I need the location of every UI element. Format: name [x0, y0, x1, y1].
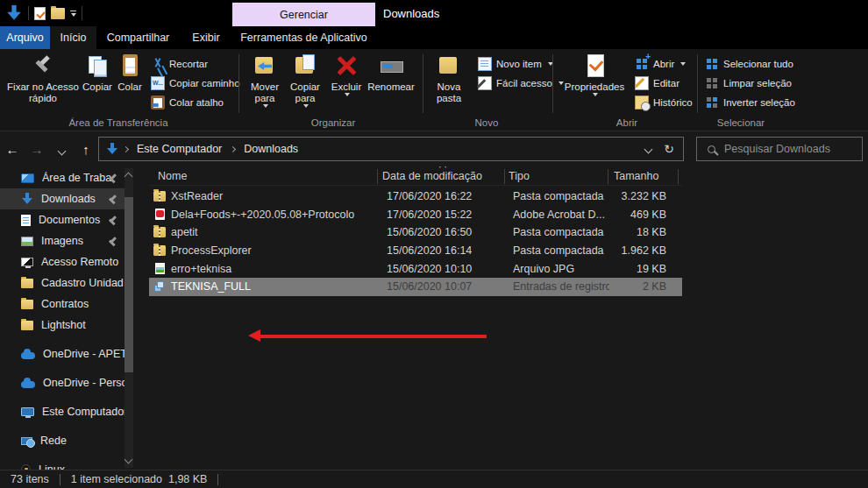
button-label: Mover para — [245, 81, 284, 104]
column-header-type[interactable]: Tipo — [509, 166, 530, 186]
sidebar-item-documentos[interactable]: Documentos — [0, 209, 133, 230]
file-row[interactable]: apetit15/06/2020 16:50Pasta compactada18… — [149, 223, 682, 242]
column-divider[interactable] — [608, 169, 608, 184]
move-to-button[interactable]: Mover para — [245, 53, 284, 108]
sidebar-item-acesso-remoto[interactable]: Acesso Remoto — [0, 251, 133, 272]
tab-arquivo[interactable]: Arquivo — [0, 26, 50, 49]
back-icon[interactable]: ← — [0, 142, 25, 157]
properties-button[interactable]: Propriedades — [559, 53, 630, 96]
new-item-button[interactable]: Novo item — [478, 56, 564, 71]
sidebar-item-label: Cadastro Unidad — [41, 277, 133, 289]
group-label-clipboard: Área de Transferência — [26, 117, 210, 128]
open-button[interactable]: Abrir — [635, 56, 693, 71]
arrow-head — [248, 329, 260, 342]
downloads-folder-icon — [106, 143, 118, 155]
divider — [238, 54, 239, 113]
file-row[interactable]: Dela+Foods+-+2020.05.08+Protocolo17/06/2… — [149, 206, 682, 224]
sidebar-item-linux[interactable]: Linux — [0, 459, 133, 470]
properties-icon[interactable] — [34, 7, 46, 20]
rename-button[interactable]: Renomear — [366, 53, 416, 93]
group-label-select: Selecionar — [693, 117, 789, 128]
cut-button[interactable]: Recortar — [151, 56, 240, 71]
breadcrumb-chevron-icon[interactable] — [123, 145, 129, 152]
select-all-button[interactable]: Selecionar tudo — [705, 56, 795, 71]
group-header[interactable]: Anteriormente neste mês (12) — [149, 463, 583, 470]
sidebar-scrollbar-thumb[interactable] — [125, 197, 133, 372]
paste-button[interactable]: Colar — [114, 53, 146, 93]
customize-qat-dropdown-icon[interactable] — [70, 11, 76, 17]
open-small-buttons: Abrir Editar Histórico — [635, 56, 693, 110]
invert-selection-button[interactable]: Inverter seleção — [705, 95, 795, 110]
delete-button[interactable]: Excluir — [328, 53, 365, 96]
copy-path-button[interactable]: Copiar caminho — [151, 75, 240, 90]
file-row[interactable]: erro+teknisa15/06/2020 10:10Arquivo JPG1… — [149, 259, 682, 278]
copy-to-button[interactable]: Copiar para — [286, 53, 324, 108]
tab-exibir[interactable]: Exibir — [180, 26, 232, 49]
sidebar-item-este-computador[interactable]: Este Computador — [0, 401, 133, 422]
file-row[interactable]: ProcessExplorer15/06/2020 16:14Pasta com… — [149, 242, 682, 260]
folder-icon — [21, 321, 33, 330]
file-type-icon — [152, 209, 167, 220]
column-header-date[interactable]: Data de modificação — [382, 166, 482, 186]
clear-selection-button[interactable]: Limpar seleção — [705, 75, 795, 90]
sidebar-item-imagens[interactable]: Imagens — [0, 230, 133, 251]
forward-icon[interactable]: → — [25, 142, 49, 157]
button-label: Colar atalho — [169, 97, 224, 108]
up-icon[interactable]: ↑ — [74, 142, 98, 157]
sidebar-item-rede[interactable]: Rede — [0, 430, 133, 451]
scissors-icon — [151, 57, 165, 71]
column-header-name[interactable]: Nome — [158, 166, 187, 186]
button-label: Histórico — [653, 97, 693, 108]
sidebar-item-cadastro-unidades[interactable]: Cadastro Unidad — [0, 272, 133, 294]
manage-contextual-header[interactable]: Gerenciar — [232, 3, 375, 26]
button-label: Propriedades — [565, 81, 624, 93]
downloads-folder-icon — [6, 5, 22, 21]
breadcrumb-this-pc[interactable]: Este Computador — [133, 143, 225, 155]
address-dropdown-chevron-icon[interactable] — [644, 145, 653, 153]
file-type-icon — [152, 227, 167, 237]
refresh-icon[interactable]: ↻ — [664, 142, 674, 156]
address-box[interactable]: Este Computador Downloads ↻ — [98, 137, 684, 161]
sidebar-item-area-de-trabalho[interactable]: Área de Traba — [0, 167, 133, 188]
search-input[interactable]: Pesquisar Downloads — [696, 137, 863, 161]
file-row[interactable]: TEKNISA_FULL15/06/2020 10:07Entradas de … — [149, 278, 682, 296]
group-header-label: Anteriormente neste mês (12) — [163, 468, 331, 470]
sidebar-item-contratos[interactable]: Contratos — [0, 294, 133, 315]
navigation-pane: Área de TrabaDownloadsDocumentosImagensA… — [0, 166, 145, 470]
file-size: 19 KB — [587, 263, 666, 275]
easy-access-button[interactable]: Fácil acesso — [478, 75, 564, 90]
sidebar-item-onedrive-apetit[interactable]: OneDrive - APETIT — [0, 343, 133, 364]
file-name: Dela+Foods+-+2020.05.08+Protocolo — [171, 209, 377, 221]
file-row[interactable]: XstReader17/06/2020 16:22Pasta compactad… — [149, 187, 682, 206]
breadcrumb-downloads[interactable]: Downloads — [240, 143, 302, 155]
new-folder-button[interactable]: Nova pasta — [430, 53, 468, 104]
button-label: Renomear — [367, 81, 415, 93]
zip-file-icon — [153, 245, 166, 256]
tab-compartilhar[interactable]: Compartilhar — [96, 26, 180, 49]
sidebar-item-label: Downloads — [41, 193, 133, 205]
breadcrumb-chevron-icon[interactable] — [230, 145, 236, 152]
easy-access-icon — [478, 76, 492, 90]
edit-button[interactable]: Editar — [635, 75, 693, 90]
column-header-size[interactable]: Tamanho — [614, 166, 658, 186]
tab-ferramentas-de-aplicativo[interactable]: Ferramentas de Aplicativo — [232, 26, 375, 49]
sidebar-item-lightshot[interactable]: Lightshot — [0, 315, 133, 336]
column-divider[interactable] — [504, 169, 505, 184]
titlebar: Gerenciar Downloads — [0, 0, 868, 26]
button-label: Fixar no Acesso rápido — [7, 81, 79, 104]
file-type-icon — [152, 245, 167, 256]
sidebar-item-label: Imagens — [41, 235, 133, 247]
new-folder-icon[interactable] — [51, 8, 65, 19]
tab-inicio[interactable]: Início — [50, 26, 96, 49]
red-annotation-arrow — [145, 327, 495, 353]
sidebar-item-onedrive-personal[interactable]: OneDrive - Person — [0, 372, 133, 393]
pin-to-quick-access-button[interactable]: Fixar no Acesso rápido — [7, 53, 79, 104]
column-divider[interactable] — [678, 169, 679, 184]
sidebar-item-downloads[interactable]: Downloads — [0, 188, 133, 209]
recent-locations-chevron-icon[interactable] — [49, 142, 74, 157]
copy-button[interactable]: Copiar — [80, 53, 115, 93]
paste-shortcut-button[interactable]: Colar atalho — [151, 95, 240, 110]
pin-icon — [108, 173, 117, 183]
history-button[interactable]: Histórico — [635, 95, 693, 110]
column-divider[interactable] — [377, 169, 378, 184]
